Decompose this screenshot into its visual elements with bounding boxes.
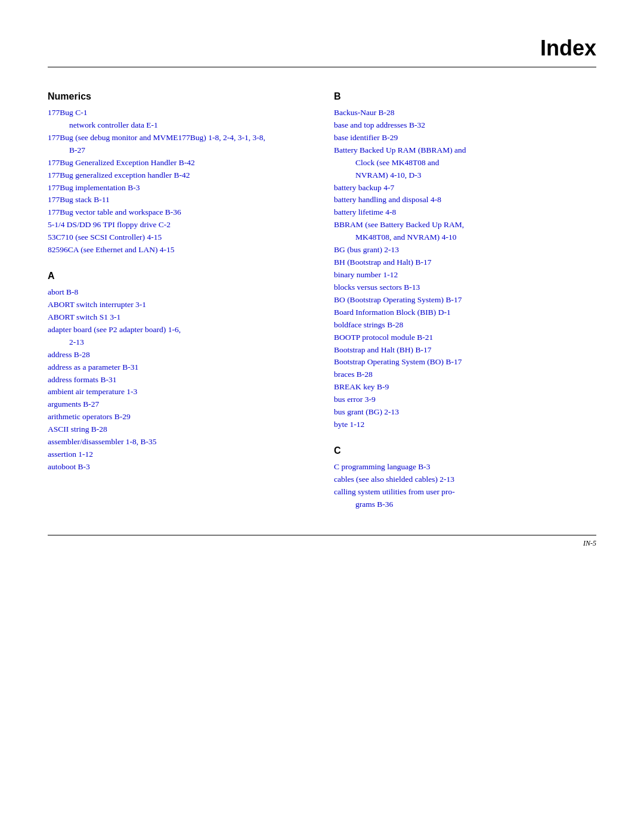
list-item[interactable]: network controller data E-1 (48, 119, 310, 132)
list-item[interactable]: battery handling and disposal 4-8 (334, 194, 596, 206)
list-item[interactable]: binary number 1-12 (334, 269, 596, 281)
footer-page-number: IN-5 (583, 539, 596, 547)
list-item[interactable]: Bootstrap and Halt (BH) B-17 (334, 344, 596, 357)
list-item[interactable]: BOOTP protocol module B-21 (334, 332, 596, 344)
list-item[interactable]: Backus-Naur B-28 (334, 107, 596, 119)
list-item[interactable]: assertion 1-12 (48, 448, 310, 461)
footer-rule (48, 535, 596, 535)
list-item[interactable]: BREAK key B-9 (334, 381, 596, 394)
list-item[interactable]: ambient air temperature 1-3 (48, 386, 310, 398)
list-item[interactable]: 177Bug generalized exception handler B-4… (48, 169, 310, 182)
list-item[interactable]: BH (Bootstrap and Halt) B-17 (334, 256, 596, 269)
title-area: Index (48, 36, 596, 61)
list-item[interactable]: 177Bug vector table and workspace B-36 (48, 206, 310, 219)
list-item[interactable]: Board Information Block (BIB) D-1 (334, 306, 596, 319)
page-title: Index (48, 36, 596, 61)
section-c-heading: C (334, 445, 596, 456)
content-columns: Numerics 177Bug C-1 network controller d… (48, 91, 596, 511)
list-item[interactable]: C programming language B-3 (334, 461, 596, 473)
list-item[interactable]: autoboot B-3 (48, 461, 310, 473)
list-item[interactable]: battery lifetime 4-8 (334, 206, 596, 219)
list-item[interactable]: base identifier B-29 (334, 132, 596, 144)
list-item[interactable]: Bootstrap Operating System (BO) B-17 (334, 356, 596, 368)
list-item[interactable]: Battery Backed Up RAM (BBRAM) and (334, 144, 596, 157)
list-item[interactable]: ABORT switch S1 3-1 (48, 311, 310, 324)
list-item[interactable]: cables (see also shielded cables) 2-13 (334, 473, 596, 486)
list-item[interactable]: NVRAM) 4-10, D-3 (334, 169, 596, 182)
list-item[interactable]: abort B-8 (48, 286, 310, 299)
footer: IN-5 (48, 539, 596, 548)
list-item[interactable]: assembler/disassembler 1-8, B-35 (48, 436, 310, 448)
list-item[interactable]: boldface strings B-28 (334, 319, 596, 332)
list-item[interactable]: address formats B-31 (48, 374, 310, 386)
list-item[interactable]: byte 1-12 (334, 419, 596, 431)
list-item[interactable]: blocks versus sectors B-13 (334, 281, 596, 294)
list-item[interactable]: bus error 3-9 (334, 394, 596, 406)
list-item[interactable]: MK48T08, and NVRAM) 4-10 (334, 231, 596, 244)
list-item[interactable]: address as a parameter B-31 (48, 361, 310, 374)
section-b-heading: B (334, 91, 596, 102)
list-item[interactable]: battery backup 4-7 (334, 182, 596, 194)
list-item[interactable]: 177Bug stack B-11 (48, 194, 310, 206)
list-item[interactable]: arguments B-27 (48, 398, 310, 411)
list-item[interactable]: 177Bug C-1 (48, 107, 310, 119)
list-item[interactable]: 2-13 (48, 336, 310, 349)
left-column: Numerics 177Bug C-1 network controller d… (48, 91, 310, 511)
list-item[interactable]: braces B-28 (334, 368, 596, 381)
list-item[interactable]: adapter board (see P2 adapter board) 1-6… (48, 324, 310, 336)
right-column: B Backus-Naur B-28 base and top addresse… (334, 91, 596, 511)
section-a-heading: A (48, 271, 310, 281)
list-item[interactable]: Clock (see MK48T08 and (334, 157, 596, 169)
list-item[interactable]: 177Bug Generalized Exception Handler B-4… (48, 157, 310, 169)
list-item[interactable]: 53C710 (see SCSI Controller) 4-15 (48, 231, 310, 244)
list-item[interactable]: 177Bug (see debug monitor and MVME177Bug… (48, 132, 310, 144)
list-item[interactable]: BBRAM (see Battery Backed Up RAM, (334, 219, 596, 231)
section-numerics-heading: Numerics (48, 91, 310, 102)
list-item[interactable]: BG (bus grant) 2-13 (334, 244, 596, 256)
list-item[interactable]: 177Bug implementation B-3 (48, 182, 310, 194)
list-item[interactable]: address B-28 (48, 349, 310, 361)
list-item[interactable]: ABORT switch interrupter 3-1 (48, 299, 310, 311)
list-item[interactable]: base and top addresses B-32 (334, 119, 596, 132)
list-item[interactable]: 5-1/4 DS/DD 96 TPI floppy drive C-2 (48, 219, 310, 231)
list-item[interactable]: ASCII string B-28 (48, 423, 310, 436)
page: Index Numerics 177Bug C-1 network contro… (0, 0, 644, 596)
list-item[interactable]: grams B-36 (334, 498, 596, 511)
list-item[interactable]: calling system utilities from user pro- (334, 486, 596, 498)
list-item[interactable]: 82596CA (see Ethernet and LAN) 4-15 (48, 244, 310, 256)
list-item[interactable]: bus grant (BG) 2-13 (334, 406, 596, 419)
list-item[interactable]: B-27 (48, 144, 310, 157)
list-item[interactable]: arithmetic operators B-29 (48, 411, 310, 423)
list-item[interactable]: BO (Bootstrap Operating System) B-17 (334, 294, 596, 306)
top-rule (48, 67, 596, 67)
